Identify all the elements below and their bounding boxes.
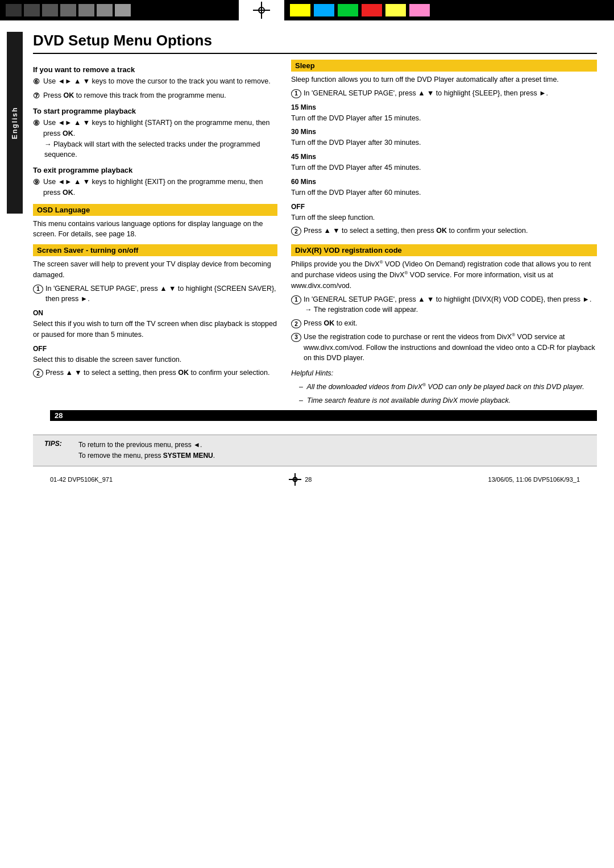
screen-saver-step2: 2 Press ▲ ▼ to select a setting, then pr…	[33, 368, 277, 378]
sleep-step1-num: 1	[291, 89, 301, 98]
color-yellow	[290, 4, 310, 16]
left-column: If you want to remove a track ⑥ Use ◄► ▲…	[33, 60, 277, 409]
sq6	[97, 4, 113, 16]
on-text: Select this if you wish to turn off the …	[33, 319, 277, 340]
screen-saver-step1-num: 1	[33, 285, 43, 294]
hint2: – Time search feature is not available d…	[299, 395, 597, 406]
sleep-step2: 2 Press ▲ ▼ to select a setting, then pr…	[291, 226, 597, 236]
sleep-off-text: Turn off the sleep function.	[291, 212, 597, 223]
footer: 01-42 DVP5106K_971 28 13/06/05, 11:06 DV…	[33, 469, 597, 490]
color-red	[362, 4, 382, 16]
color-yellow2	[385, 4, 406, 16]
min30-heading: 30 Mins	[291, 128, 597, 136]
off-heading: OFF	[33, 345, 277, 353]
screen-saver-step1: 1 In 'GENERAL SETUP PAGE', press ▲ ▼ to …	[33, 283, 277, 305]
sq5	[78, 4, 94, 16]
side-tab-english: English	[7, 32, 23, 214]
step-7-num: ⑦	[33, 90, 43, 102]
hint1: – All the downloaded videos from DivX® V…	[299, 382, 597, 393]
page-wrapper: English DVD Setup Menu Options If you wa…	[0, 20, 614, 490]
color-green	[338, 4, 358, 16]
step-9: ⑨ Use ◄► ▲ ▼ keys to highlight {EXIT} on…	[33, 177, 277, 198]
sleep-step1-text: In 'GENERAL SETUP PAGE', press ▲ ▼ to hi…	[304, 88, 597, 99]
right-column: Sleep Sleep function allows you to turn …	[291, 60, 597, 409]
footer-center: 28	[305, 476, 312, 483]
divx-step3: 3 Use the registration code to purchase …	[291, 332, 597, 364]
footer-crosshair: 28	[289, 473, 312, 486]
min60-text: Turn off the DVD Player after 60 minutes…	[291, 187, 597, 198]
step-6-text: Use ◄► ▲ ▼ keys to move the cursor to th…	[43, 76, 277, 87]
step-6-num: ⑥	[33, 76, 43, 87]
divx-heading: DivX(R) VOD registration code	[291, 244, 597, 256]
color-pink	[409, 4, 430, 16]
two-col-layout: If you want to remove a track ⑥ Use ◄► ▲…	[33, 60, 597, 409]
divx-step1-arrow: The registration code will appear.	[305, 304, 597, 315]
sleep-step1: 1 In 'GENERAL SETUP PAGE', press ▲ ▼ to …	[291, 88, 597, 99]
color-squares-left	[6, 4, 131, 16]
footer-left: 01-42 DVP5106K_971	[50, 476, 113, 483]
sq3	[42, 4, 58, 16]
step-8: ⑧ Use ◄► ▲ ▼ keys to highlight {START} o…	[33, 118, 277, 160]
min15-text: Turn off the DVD Player after 15 minutes…	[291, 113, 597, 124]
on-heading: ON	[33, 309, 277, 317]
top-bar-colors	[284, 0, 614, 20]
divx-step2-num: 2	[291, 319, 301, 328]
step-8-arrow: Playback will start with the selected tr…	[44, 139, 277, 161]
divx-step2-text: Press OK to exit.	[304, 318, 597, 329]
divx-step1: 1 In 'GENERAL SETUP PAGE', press ▲ ▼ to …	[291, 294, 597, 316]
tips-line2: To remove the menu, press SYSTEM MENU.	[78, 452, 215, 460]
min45-heading: 45 Mins	[291, 153, 597, 161]
footer-crosshair-icon	[289, 473, 301, 486]
step-8-num: ⑧	[33, 118, 43, 129]
top-bar	[0, 0, 614, 20]
tips-label: TIPS:	[44, 440, 73, 461]
screen-saver-step2-num: 2	[33, 369, 43, 378]
top-bar-black-left	[0, 0, 239, 20]
divx-step1-text: In 'GENERAL SETUP PAGE', press ▲ ▼ to hi…	[304, 294, 597, 316]
osd-language-text: This menu contains various language opti…	[33, 219, 277, 240]
sq4	[60, 4, 76, 16]
sleep-step2-num: 2	[291, 227, 301, 236]
remove-track-heading: If you want to remove a track	[33, 65, 277, 74]
screen-saver-heading: Screen Saver - turning on/off	[33, 244, 277, 256]
tips-content: To return to the previous menu, press ◄.…	[78, 440, 586, 461]
sleep-off-heading: OFF	[291, 203, 597, 211]
step-6: ⑥ Use ◄► ▲ ▼ keys to move the cursor to …	[33, 76, 277, 87]
crosshair-icon	[253, 2, 270, 19]
page-title: DVD Setup Menu Options	[33, 32, 597, 54]
divx-step3-text: Use the registration code to purchase or…	[304, 332, 597, 364]
sleep-step2-text: Press ▲ ▼ to select a setting, then pres…	[304, 226, 597, 236]
screen-saver-step2-text: Press ▲ ▼ to select a setting, then pres…	[45, 368, 277, 378]
top-bar-center	[239, 0, 284, 20]
color-blue	[314, 4, 334, 16]
step-7-text: Press OK to remove this track from the p…	[43, 90, 277, 101]
footer-crosshair-circle	[293, 477, 298, 482]
footer-right: 13/06/05, 11:06 DVP5106K/93_1	[488, 476, 580, 483]
screen-saver-step1-text: In 'GENERAL SETUP PAGE', press ▲ ▼ to hi…	[45, 283, 277, 305]
tips-line1: To return to the previous menu, press ◄.	[78, 441, 202, 449]
screen-saver-text: The screen saver will help to prevent yo…	[33, 259, 277, 281]
crosshair-circle	[258, 7, 265, 14]
sq1	[6, 4, 22, 16]
divx-step3-num: 3	[291, 333, 301, 342]
divx-step2: 2 Press OK to exit.	[291, 318, 597, 329]
tips-bar: TIPS: To return to the previous menu, pr…	[33, 435, 597, 466]
sq7	[115, 4, 131, 16]
osd-language-heading: OSD Language	[33, 204, 277, 216]
divx-intro: Philips provide you the DivX® VOD (Video…	[291, 259, 597, 291]
sleep-heading: Sleep	[291, 60, 597, 72]
step-9-num: ⑨	[33, 177, 43, 188]
step-8-text: Use ◄► ▲ ▼ keys to highlight {START} on …	[43, 118, 277, 160]
start-playback-heading: To start programme playback	[33, 107, 277, 115]
sleep-intro: Sleep function allows you to turn off th…	[291, 74, 597, 85]
divx-step1-num: 1	[291, 295, 301, 304]
content-area: DVD Setup Menu Options If you want to re…	[23, 32, 614, 490]
step-7: ⑦ Press OK to remove this track from the…	[33, 90, 277, 102]
helpful-hints-label: Helpful Hints:	[291, 368, 597, 379]
min15-heading: 15 Mins	[291, 103, 597, 111]
step-9-text: Use ◄► ▲ ▼ keys to highlight {EXIT} on t…	[43, 177, 277, 198]
exit-playback-heading: To exit programme playback	[33, 166, 277, 174]
sq2	[24, 4, 40, 16]
min45-text: Turn off the DVD Player after 45 minutes…	[291, 162, 597, 173]
min30-text: Turn off the DVD Player after 30 minutes…	[291, 137, 597, 148]
